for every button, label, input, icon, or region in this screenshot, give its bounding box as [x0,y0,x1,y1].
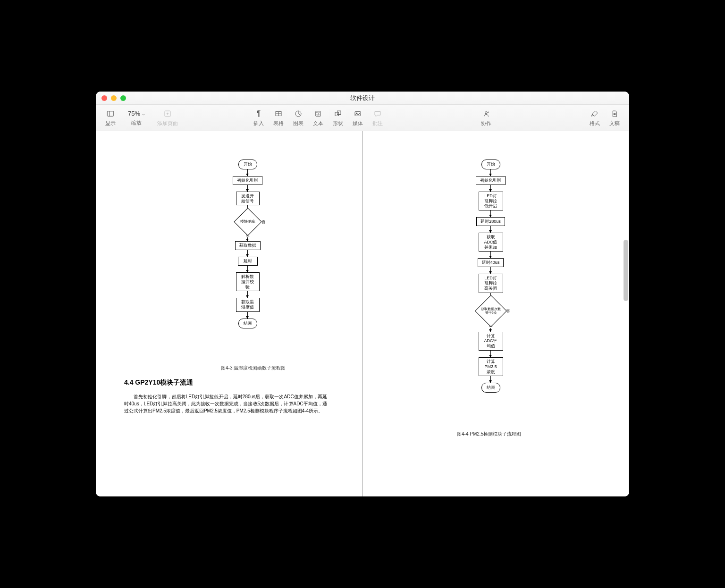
pilcrow-icon: ¶ [257,109,261,118]
window-title: 软件设计 [96,94,629,102]
document-button[interactable]: 文稿 [605,107,624,129]
svg-point-15 [485,111,488,114]
media-button[interactable]: 媒体 [348,107,368,129]
text-button[interactable]: 字 文本 [308,107,328,129]
fc-end: 结束 [481,383,500,393]
document-area[interactable]: 开始 初始化引脚 发送开始信号 模块响应 否 是 获取数据 延时 解析数据并校验… [96,131,629,496]
zoom-value: 75% [128,110,140,117]
text-icon: 字 [314,109,322,118]
fc-box: LED灯引脚拉低开启 [479,192,503,210]
minimize-icon[interactable] [111,95,117,101]
fc-box: 延时40us [478,258,504,267]
svg-rect-0 [107,111,114,116]
flowchart-caption: 图4-4 PM2.5检测模块子流程图 [457,431,521,437]
table-button[interactable]: 表格 [269,107,288,129]
page-left: 开始 初始化引脚 发送开始信号 模块响应 否 是 获取数据 延时 解析数据并校验… [96,131,362,496]
svg-rect-12 [337,111,341,115]
comment-icon [373,109,382,118]
fc-start: 开始 [238,160,257,169]
brush-icon [590,109,599,118]
paragraph: 首先初始化引脚，然后将LED灯引脚拉低开启，延时280us后，获取一次ADC值并… [124,393,327,414]
section-heading: 4.4 GP2Y10模块子流通 [124,378,193,387]
toolbar: 显示 75% ⌵ 缩放 添加页面 ¶ 插入 表格 [96,105,629,131]
fc-box: 获取ADC值并累加 [479,233,503,252]
svg-rect-11 [335,112,339,116]
fc-box: 初始化引脚 [233,176,262,185]
flowchart-caption: 图4-3 温湿度检测函数子流程图 [221,365,286,371]
fc-box: 解析数据并校验 [236,272,260,291]
chevron-down-icon: ⌵ [142,111,145,116]
svg-text:字: 字 [316,112,320,116]
app-window: 软件设计 显示 75% ⌵ 缩放 添加页面 ¶ 插入 [96,92,629,496]
document-icon [610,109,619,118]
fc-box: 延时280us [476,217,505,226]
traffic-lights [96,95,126,101]
sidebar-icon [106,109,115,118]
titlebar: 软件设计 [96,92,629,105]
chart-icon [294,109,303,118]
chart-button[interactable]: 图表 [288,107,308,129]
table-icon [274,109,283,118]
flowchart-left: 开始 初始化引脚 发送开始信号 模块响应 否 是 获取数据 延时 解析数据并校验… [233,160,262,328]
shape-icon [334,109,342,118]
scrollbar-thumb[interactable] [624,240,628,301]
fc-decision: 获取数据次数等于5次 否 [480,300,502,322]
display-button[interactable]: 显示 [101,107,120,129]
svg-point-16 [488,111,489,112]
zoom-select[interactable]: 75% ⌵ 缩放 [120,107,152,128]
fc-end: 结束 [238,319,257,328]
insert-button[interactable]: ¶ 插入 [249,107,269,129]
fc-decision: 模块响应 否 [238,212,258,232]
fc-no-label: 否 [506,308,510,313]
annotation-button: 批注 [368,107,388,129]
add-page-button: 添加页面 [152,107,183,129]
fc-box: 发送开始信号 [236,192,260,206]
collaborate-icon [482,109,490,118]
collaborate-button[interactable]: 协作 [476,107,496,129]
fc-box: 延时 [238,257,258,266]
page-right: 开始 初始化引脚 LED灯引脚拉低开启 延时280us 获取ADC值并累加 延时… [362,131,629,496]
fc-no-label: 否 [261,219,265,225]
flowchart-right: 开始 初始化引脚 LED灯引脚拉低开启 延时280us 获取ADC值并累加 延时… [476,160,506,393]
maximize-icon[interactable] [120,95,126,101]
fc-box: 计算ADC平均值 [479,332,503,351]
fc-box: 计算PM2.5浓度 [479,357,503,376]
fc-box: 初始化引脚 [476,176,506,185]
plus-page-icon [163,109,172,118]
fc-box: 获取数据 [235,241,261,250]
media-icon [354,109,362,118]
close-icon[interactable] [101,95,107,101]
fc-start: 开始 [481,160,500,169]
shape-button[interactable]: 形状 [328,107,348,129]
fc-box: 获取温湿度值 [236,298,260,312]
format-button[interactable]: 格式 [585,107,605,129]
fc-box: LED灯引脚拉高关闭 [479,274,503,293]
